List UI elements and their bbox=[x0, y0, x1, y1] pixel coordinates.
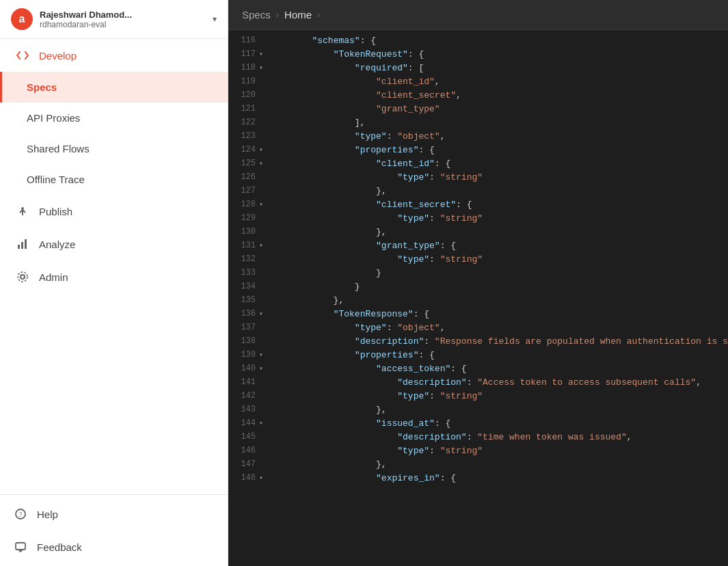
line-content: }, bbox=[269, 405, 728, 415]
sidebar-item-help[interactable]: ? Help bbox=[0, 498, 228, 530]
line-content: "issued_at": { bbox=[269, 418, 728, 429]
line-spacer bbox=[257, 323, 265, 332]
line-number: 145 bbox=[234, 432, 256, 442]
api-proxies-label: API Proxies bbox=[27, 112, 80, 124]
svg-rect-6 bbox=[25, 239, 27, 249]
line-content: "type": "string" bbox=[269, 172, 728, 183]
line-number: 148 bbox=[234, 473, 256, 483]
code-line: 118▾ "required": [ bbox=[228, 63, 728, 77]
line-content: "client_secret": { bbox=[269, 200, 728, 210]
code-icon bbox=[16, 49, 29, 62]
code-line: 136▾ "TokenResponse": { bbox=[228, 309, 728, 323]
code-line: 123 "type": "object", bbox=[228, 131, 728, 145]
sidebar-item-specs[interactable]: Specs bbox=[0, 72, 228, 103]
line-number: 137 bbox=[234, 323, 256, 332]
code-line: 144▾ "issued_at": { bbox=[228, 418, 728, 432]
code-line: 138 "description": "Response fields are … bbox=[228, 336, 728, 350]
line-spacer bbox=[257, 91, 265, 99]
collapse-arrow-icon[interactable]: ▾ bbox=[257, 159, 265, 167]
line-number-area: 125▾ bbox=[228, 159, 269, 168]
line-number: 128 bbox=[234, 200, 256, 209]
code-line: 133 } bbox=[228, 268, 728, 282]
code-line: 119 "client_id", bbox=[228, 77, 728, 90]
code-line: 117▾ "TokenRequest": { bbox=[228, 49, 728, 63]
collapse-arrow-icon[interactable]: ▾ bbox=[257, 474, 265, 482]
code-line: 134 } bbox=[228, 282, 728, 295]
app-logo[interactable]: a bbox=[11, 8, 33, 30]
code-line: 147 }, bbox=[228, 459, 728, 473]
line-number-area: 118▾ bbox=[228, 63, 269, 72]
line-number-area: 134 bbox=[228, 282, 269, 291]
sidebar-item-publish[interactable]: Publish bbox=[0, 195, 228, 228]
line-number: 136 bbox=[234, 309, 256, 319]
line-number-area: 121 bbox=[228, 104, 269, 113]
help-label: Help bbox=[37, 509, 58, 520]
breadcrumb-home[interactable]: Home bbox=[284, 9, 312, 21]
line-spacer bbox=[257, 132, 265, 140]
collapse-arrow-icon[interactable]: ▾ bbox=[257, 50, 265, 58]
user-info: Rajeshwari Dhamod... rdhamodaran-eval bbox=[40, 10, 206, 29]
line-number: 119 bbox=[234, 77, 256, 86]
line-number-area: 147 bbox=[228, 459, 269, 469]
line-number: 146 bbox=[234, 446, 256, 455]
breadcrumb: Specs › Home › bbox=[228, 0, 728, 30]
line-number: 135 bbox=[234, 295, 256, 305]
code-line: 148▾ "expires_in": { bbox=[228, 473, 728, 487]
collapse-arrow-icon[interactable]: ▾ bbox=[257, 310, 265, 318]
line-spacer bbox=[257, 228, 265, 236]
code-line: 129 "type": "string" bbox=[228, 213, 728, 227]
analyze-label: Analyze bbox=[39, 239, 75, 250]
sidebar-item-api-proxies[interactable]: API Proxies bbox=[0, 103, 228, 133]
collapse-arrow-icon[interactable]: ▾ bbox=[257, 419, 265, 427]
line-number: 139 bbox=[234, 350, 256, 360]
line-number-area: 129 bbox=[228, 213, 269, 223]
line-number: 131 bbox=[234, 241, 256, 250]
line-spacer bbox=[257, 282, 265, 291]
line-content: "description": "Access token to access s… bbox=[269, 377, 728, 388]
code-editor[interactable]: 116 "schemas": {117▾ "TokenRequest": {11… bbox=[228, 30, 728, 566]
code-line: 140▾ "access_token": { bbox=[228, 364, 728, 377]
line-spacer bbox=[257, 296, 265, 304]
svg-rect-4 bbox=[18, 245, 20, 249]
breadcrumb-specs[interactable]: Specs bbox=[242, 9, 271, 21]
line-number: 125 bbox=[234, 159, 256, 168]
line-number-area: 143 bbox=[228, 405, 269, 414]
collapse-arrow-icon[interactable]: ▾ bbox=[257, 146, 265, 154]
shared-flows-label: Shared Flows bbox=[27, 143, 90, 154]
code-line: 126 "type": "string" bbox=[228, 172, 728, 186]
breadcrumb-sep-1: › bbox=[276, 10, 279, 20]
sidebar-item-shared-flows[interactable]: Shared Flows bbox=[0, 133, 228, 164]
line-spacer bbox=[257, 173, 265, 181]
user-dropdown-chevron[interactable]: ▾ bbox=[213, 14, 217, 24]
sidebar-item-analyze[interactable]: Analyze bbox=[0, 228, 228, 260]
line-number-area: 141 bbox=[228, 377, 269, 387]
line-number: 124 bbox=[234, 145, 256, 154]
line-number-area: 130 bbox=[228, 227, 269, 237]
line-content: "client_id", bbox=[269, 77, 728, 87]
collapse-arrow-icon[interactable]: ▾ bbox=[257, 200, 265, 208]
specs-label: Specs bbox=[27, 81, 57, 93]
line-content: "grant_type": { bbox=[269, 241, 728, 251]
collapse-arrow-icon[interactable]: ▾ bbox=[257, 241, 265, 250]
code-line: 121 "grant_type" bbox=[228, 104, 728, 118]
line-spacer bbox=[257, 105, 265, 113]
sidebar-item-offline-trace[interactable]: Offline Trace bbox=[0, 164, 228, 195]
collapse-arrow-icon[interactable]: ▾ bbox=[257, 364, 265, 373]
line-spacer bbox=[257, 36, 265, 44]
collapse-arrow-icon[interactable]: ▾ bbox=[257, 64, 265, 72]
line-spacer bbox=[257, 118, 265, 126]
sidebar-header: a Rajeshwari Dhamod... rdhamodaran-eval … bbox=[0, 0, 228, 39]
line-spacer bbox=[257, 460, 265, 468]
svg-rect-11 bbox=[16, 543, 25, 550]
sidebar-nav: Develop Specs API Proxies Shared Flows O… bbox=[0, 39, 228, 494]
sidebar-item-feedback[interactable]: Feedback bbox=[0, 530, 228, 563]
line-content: "properties": { bbox=[269, 350, 728, 360]
line-content: "type": "string" bbox=[269, 391, 728, 401]
sidebar-item-admin[interactable]: Admin bbox=[0, 260, 228, 293]
line-content: ], bbox=[269, 118, 728, 128]
breadcrumb-sep-2: › bbox=[317, 10, 320, 20]
sidebar-item-develop[interactable]: Develop bbox=[0, 39, 228, 72]
collapse-arrow-icon[interactable]: ▾ bbox=[257, 351, 265, 359]
code-line: 130 }, bbox=[228, 227, 728, 241]
line-spacer bbox=[257, 433, 265, 441]
